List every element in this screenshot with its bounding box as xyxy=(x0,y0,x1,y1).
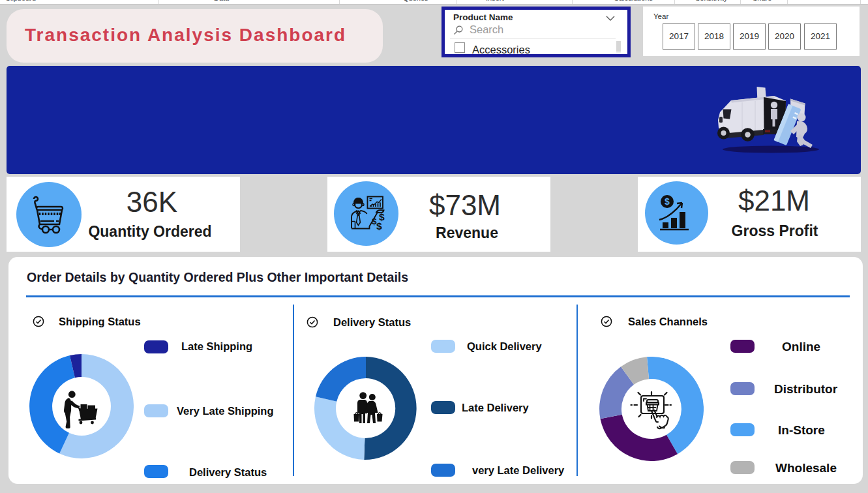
svg-text:$: $ xyxy=(376,220,382,232)
svg-text:$: $ xyxy=(665,196,670,207)
